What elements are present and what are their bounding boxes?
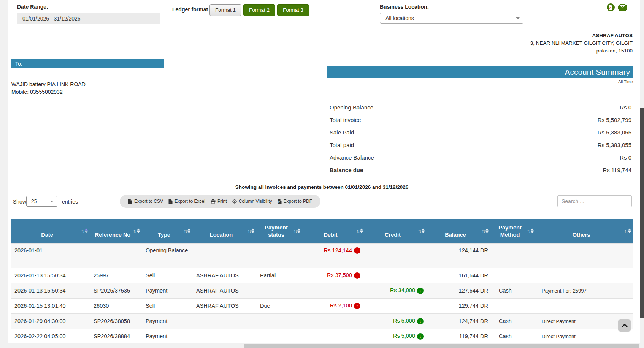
export-pdf-button[interactable]: P Export to PDF — [278, 199, 312, 204]
cell-credit: Rs 5,000↓ — [365, 313, 427, 329]
summary-divider — [327, 94, 633, 94]
cell-location — [192, 243, 256, 268]
recipient-mobile: Mobile: 03555002932 — [11, 88, 86, 96]
sort-icon: ↑↓ — [624, 227, 631, 234]
summary-row-opening-balance: Opening Balance Rs 0 — [327, 101, 633, 114]
table-row[interactable]: 2026-01-13 15:50:34 SP2026/37535 Payment… — [11, 283, 633, 298]
cell-status — [256, 313, 302, 329]
company-region: pakistan, 15100 — [530, 47, 633, 55]
company-block: ASHRAF AUTOS 3, NEAR NLI MARKET GILGIT C… — [530, 32, 633, 55]
summary-row-sale-paid: Sale Paid Rs 5,383,055 — [327, 126, 633, 139]
cell-credit: Rs 34,000↓ — [365, 283, 427, 298]
column-header-date[interactable]: Date ↑↓ — [11, 219, 90, 243]
business-location-value: All locations — [385, 15, 414, 21]
business-location-label: Business Location: — [380, 4, 429, 10]
column-header-type[interactable]: Type ↑↓ — [142, 219, 192, 243]
pdf-file-icon: P — [278, 199, 282, 204]
cell-credit — [365, 298, 427, 313]
cell-balance: 119,744 DR — [427, 329, 490, 344]
page-left-margin — [0, 0, 8, 348]
sort-icon: ↑↓ — [133, 227, 140, 234]
column-visibility-button[interactable]: Column Visibility — [232, 199, 272, 204]
export-csv-button[interactable]: Export to CSV — [128, 199, 163, 204]
sort-icon: ↑↓ — [293, 227, 300, 234]
cell-status: Partial — [256, 268, 302, 283]
table-row[interactable]: 2026-02-22 04:05:00 SP2026/38884 Payment… — [11, 329, 633, 344]
ledger-format-button-group: Format 1 Format 2 Format 3 — [209, 4, 309, 16]
print-button[interactable]: Print — [211, 199, 227, 204]
cell-reference: SP2026/38884 — [90, 329, 142, 344]
account-summary: Account Summary All Time Opening Balance… — [327, 66, 633, 176]
account-summary-title: Account Summary — [327, 66, 633, 78]
cell-balance: 124,744 DR — [427, 313, 490, 329]
vertical-scrollbar-thumb[interactable] — [640, 108, 644, 318]
cell-reference: SP2026/38058 — [90, 313, 142, 329]
column-header-reference-no[interactable]: Reference No ↑↓ — [90, 219, 142, 243]
cell-method: Cash — [490, 283, 536, 298]
cell-debit: Rs 124,144↑ — [302, 243, 365, 268]
table-row[interactable]: 2026-01-01 Opening Balance Rs 124,144↑ 1… — [11, 243, 633, 268]
debit-up-icon: ↑ — [354, 303, 360, 309]
format-2-button[interactable]: Format 2 — [243, 4, 275, 16]
export-button-group: Export to CSV x Export to Excel Print Co… — [120, 195, 320, 208]
entries-per-page-select[interactable]: 25 — [26, 196, 57, 207]
column-header-debit[interactable]: Debit ↑↓ — [302, 219, 365, 243]
cell-status — [256, 283, 302, 298]
cell-location: ASHRAF AUTOS — [192, 268, 256, 283]
cell-method — [490, 298, 536, 313]
email-icon[interactable] — [618, 4, 627, 11]
table-row[interactable]: 2026-01-13 15:50:34 25997 Sell ASHRAF AU… — [11, 268, 633, 283]
printer-icon — [211, 199, 216, 204]
cell-method: Cash — [490, 313, 536, 329]
date-range-input[interactable] — [17, 13, 160, 24]
horizontal-scrollbar[interactable] — [0, 343, 640, 348]
cell-reference: 26030 — [90, 298, 142, 313]
cell-date: 2026-01-13 15:50:34 — [11, 268, 90, 283]
cell-location: ASHRAF AUTOS — [192, 298, 256, 313]
cell-reference — [90, 243, 142, 268]
credit-down-icon: ↓ — [417, 333, 424, 340]
column-header-balance[interactable]: Balance ↑↓ — [427, 219, 490, 243]
search-input[interactable] — [557, 195, 632, 207]
scroll-to-top-button[interactable] — [618, 319, 631, 332]
cell-method — [490, 243, 536, 268]
format-3-button[interactable]: Format 3 — [277, 4, 309, 16]
cell-reference: SP2026/37535 — [90, 283, 142, 298]
column-header-payment-status[interactable]: Payment status ↑↓ — [256, 219, 302, 243]
cell-debit — [302, 283, 365, 298]
column-header-location[interactable]: Location ↑↓ — [192, 219, 256, 243]
table-row[interactable]: 2026-01-15 13:01:40 26030 Sell ASHRAF AU… — [11, 298, 633, 313]
table-row[interactable]: 2026-01-29 04:30:00 SP2026/38058 Payment… — [11, 313, 633, 329]
cell-debit: Rs 2,100↑ — [302, 298, 365, 313]
sort-icon: ↑↓ — [356, 227, 363, 234]
cell-balance: 127,644 DR — [427, 283, 490, 298]
column-header-credit[interactable]: Credit ↑↓ — [365, 219, 427, 243]
cell-credit — [365, 268, 427, 283]
column-header-others[interactable]: Others ↑↓ — [536, 219, 633, 243]
chevron-down-icon — [516, 17, 520, 19]
pdf-icon[interactable]: A — [607, 3, 615, 11]
cell-method — [490, 268, 536, 283]
cell-type: Payment — [142, 313, 192, 329]
cell-date: 2026-02-22 04:05:00 — [11, 329, 90, 344]
cell-credit: Rs 5,000↓ — [365, 329, 427, 344]
cell-date: 2026-01-15 13:01:40 — [11, 298, 90, 313]
cell-others — [536, 243, 633, 268]
cell-debit — [302, 329, 365, 344]
ledger-table: Date ↑↓ Reference No ↑↓ Type ↑↓ Location… — [11, 219, 633, 344]
cell-debit — [302, 313, 365, 329]
horizontal-scrollbar-thumb[interactable] — [244, 344, 639, 348]
cell-type: Sell — [142, 298, 192, 313]
sort-icon: ↑↓ — [418, 227, 425, 234]
cell-status — [256, 243, 302, 268]
customer-ledger-page: Date Range: Ledger format Format 1 Forma… — [0, 0, 644, 348]
cell-type: Payment — [142, 329, 192, 344]
column-header-payment-method[interactable]: Payment Method ↑↓ — [490, 219, 536, 243]
cell-date: 2026-01-01 — [11, 243, 90, 268]
entries-label: entries — [62, 199, 78, 205]
ledger-format-label: Ledger format — [172, 6, 208, 13]
export-excel-button[interactable]: x Export to Excel — [168, 199, 205, 204]
format-1-button[interactable]: Format 1 — [209, 4, 241, 16]
business-location-select[interactable]: All locations — [380, 13, 523, 24]
vertical-scrollbar[interactable] — [640, 0, 644, 348]
